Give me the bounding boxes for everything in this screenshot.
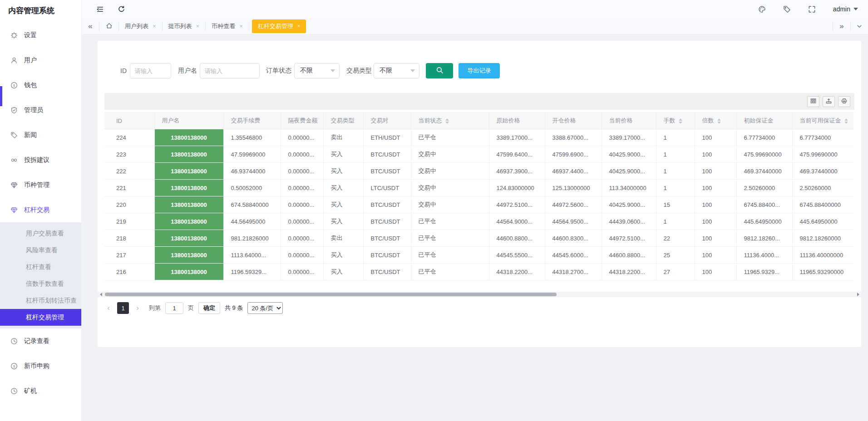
cell-multiple: 100	[695, 180, 736, 196]
sidebar-item-coin-manage[interactable]: 币种管理	[0, 172, 81, 197]
sidebar-subitem-user-trade-view[interactable]: 用户交易查看	[0, 225, 81, 242]
column-label: 交易对	[371, 117, 389, 124]
cell-lots: 15	[656, 196, 695, 213]
trade-type-select[interactable]: 不限	[374, 63, 419, 78]
sidebar-nav: 设置用户$钱包管理员新闻投拆建议币种管理杠杆交易用户交易查看风险率查看杠杆查看倍…	[0, 22, 81, 403]
home-tab[interactable]	[99, 18, 118, 34]
pagination: ‹ 1 › 到第 页 确定 共 9 条 20 条/页	[104, 302, 283, 314]
next-page-button[interactable]: ›	[133, 302, 142, 314]
cell-username: 13800138000	[154, 146, 223, 163]
cell-pair: BTC/USDT	[363, 213, 411, 230]
scroll-right-arrow[interactable]	[855, 292, 861, 297]
tabs-menu-button[interactable]	[851, 18, 868, 34]
export-records-button[interactable]: 导出记录	[459, 63, 500, 78]
sidebar-item-label: 记录查看	[24, 337, 49, 345]
sidebar-item-admins[interactable]: 管理员	[0, 98, 81, 122]
prev-page-button[interactable]: ‹	[104, 302, 113, 314]
topbar: admin	[82, 0, 868, 18]
jump-suffix-label: 页	[188, 304, 194, 312]
sidebar-item-wallet[interactable]: $钱包	[0, 73, 81, 98]
column-header-avail_margin[interactable]: 当前可用保证金	[792, 113, 853, 129]
close-tab-icon[interactable]: ×	[239, 23, 243, 29]
tabs-scroll-left-button[interactable]: «	[82, 18, 99, 34]
search-button[interactable]	[426, 63, 453, 78]
jump-page-input[interactable]	[165, 302, 183, 314]
fullscreen-icon[interactable]	[808, 5, 816, 13]
sort-icon[interactable]	[717, 118, 721, 124]
sort-icon[interactable]	[844, 118, 848, 124]
app-title: 内容管理系统	[0, 0, 81, 22]
current-page-button[interactable]: 1	[117, 302, 129, 314]
cell-username: 13800138000	[154, 129, 223, 146]
cell-init_margin: 11136.4000...	[736, 247, 792, 264]
sidebar-scrollbar-thumb[interactable]	[0, 86, 2, 106]
sidebar-item-record-view[interactable]: 记录查看	[0, 328, 81, 353]
cell-id: 220	[104, 196, 154, 213]
column-header-lots[interactable]: 手数	[656, 113, 695, 129]
cell-orig_price: 3389.17000...	[489, 129, 545, 146]
cell-lots: 1	[656, 129, 695, 146]
tab-label: 用户列表	[125, 22, 148, 30]
column-header-status[interactable]: 当前状态	[411, 113, 489, 129]
scrollbar-thumb[interactable]	[105, 293, 557, 296]
tab-提币列表[interactable]: 提币列表×	[163, 18, 206, 34]
close-tab-icon[interactable]: ×	[196, 23, 200, 29]
id-filter-input[interactable]	[130, 63, 171, 78]
sidebar-item-new-coin-subscribe[interactable]: $新币申购	[0, 353, 81, 378]
sort-icon[interactable]	[445, 118, 449, 124]
content-card: ID 用户名 订单状态 不限 交易类型 不限 导出记录	[98, 41, 861, 347]
sidebar-subitem-multiple-lots-view[interactable]: 倍数手数查看	[0, 275, 81, 292]
cell-open_price: 44564.9500...	[545, 213, 602, 230]
export-table-button[interactable]	[823, 96, 835, 107]
column-header-multiple[interactable]: 倍数	[695, 113, 736, 129]
tag-icon[interactable]	[783, 5, 791, 13]
sidebar-item-users[interactable]: 用户	[0, 48, 81, 73]
sidebar-item-miner[interactable]: 矿机	[0, 378, 81, 403]
menu-fold-icon[interactable]	[96, 5, 104, 13]
cell-orig_price: 44318.2200...	[489, 264, 545, 280]
cell-fee: 674.58840000	[223, 196, 281, 213]
sidebar-item-suggestions[interactable]: 投拆建议	[0, 147, 81, 172]
cell-open_price: 47599.6900...	[545, 146, 602, 163]
sidebar-subitem-leverage-view[interactable]: 杠杆查看	[0, 259, 81, 275]
sort-icon[interactable]	[679, 118, 682, 124]
tabs-scroll-right-button[interactable]: »	[833, 18, 850, 34]
sidebar-item-settings[interactable]: 设置	[0, 23, 81, 48]
print-button[interactable]	[838, 96, 850, 107]
scroll-left-arrow[interactable]	[98, 292, 104, 297]
cell-avail_margin: 475.99690000	[792, 146, 853, 163]
cell-multiple: 100	[695, 264, 736, 280]
column-label: 隔夜费金额	[288, 117, 318, 124]
tab-币种查看[interactable]: 币种查看×	[206, 18, 249, 34]
sidebar-subitem-leverage-transfer-view[interactable]: 杠杆币划转法币查看	[0, 292, 81, 309]
history-icon	[10, 387, 18, 395]
cell-fee: 44.56495000	[223, 213, 281, 230]
horizontal-scrollbar[interactable]	[98, 292, 861, 297]
cell-lots: 1	[656, 146, 695, 163]
page-size-select[interactable]: 20 条/页	[247, 302, 283, 314]
shield-check-icon	[10, 107, 18, 114]
username-filter-input[interactable]	[200, 63, 260, 78]
palette-icon[interactable]	[758, 5, 766, 13]
tab-label: 杠杆交易管理	[258, 22, 293, 30]
confirm-jump-button[interactable]: 确定	[198, 302, 220, 314]
close-tab-icon[interactable]: ×	[297, 24, 300, 29]
cell-avail_margin: 11965.93290000	[792, 264, 853, 280]
close-tab-icon[interactable]: ×	[153, 23, 156, 29]
tab-杠杆交易管理[interactable]: 杠杆交易管理×	[252, 20, 306, 33]
sidebar-subitem-leverage-trade-manage[interactable]: 杠杆交易管理	[0, 309, 81, 326]
sidebar-subitem-risk-rate-view[interactable]: 风险率查看	[0, 242, 81, 259]
scrollbar-track[interactable]	[104, 292, 855, 297]
sidebar-item-leverage-trade[interactable]: 杠杆交易	[0, 197, 81, 222]
username-badge: 13800138000	[155, 196, 223, 213]
columns-setting-button[interactable]	[807, 96, 819, 107]
cell-lots: 25	[656, 247, 695, 264]
tab-用户列表[interactable]: 用户列表×	[119, 18, 162, 34]
column-label: 手数	[664, 117, 676, 124]
refresh-icon[interactable]	[118, 5, 125, 13]
cell-multiple: 100	[695, 146, 736, 163]
order-status-select[interactable]: 不限	[294, 63, 340, 78]
sidebar-item-news[interactable]: 新闻	[0, 122, 81, 147]
user-menu[interactable]: admin	[833, 5, 858, 13]
column-label: 当前可用保证金	[800, 117, 841, 124]
